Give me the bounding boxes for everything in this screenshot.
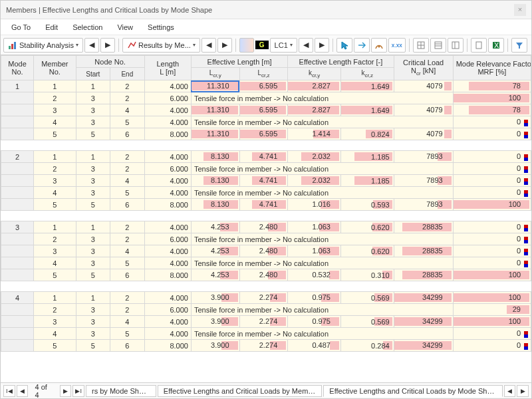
cell-tensile[interactable]: Tensile force in member -> No calculatio…: [191, 328, 453, 340]
data-cell[interactable]: 0.620: [340, 221, 394, 233]
cell-memberno[interactable]: 5: [34, 128, 76, 140]
nav-next-lc[interactable]: ▶: [315, 38, 329, 53]
data-cell[interactable]: 0.975: [288, 292, 341, 304]
cell-start[interactable]: 5: [76, 269, 110, 281]
data-cell[interactable]: 7893: [394, 199, 453, 211]
data-cell[interactable]: 100: [453, 199, 531, 211]
data-cell[interactable]: 1.185: [340, 175, 394, 187]
tool-excel[interactable]: X: [488, 38, 504, 53]
cell-length[interactable]: 8.000: [144, 128, 191, 140]
cell-end[interactable]: 2: [110, 221, 145, 233]
cell-modeno[interactable]: 1: [1, 80, 34, 92]
color-swatch-1[interactable]: [239, 38, 254, 53]
hdr-length[interactable]: LengthL [m]: [144, 56, 191, 80]
data-cell[interactable]: 100: [453, 269, 531, 281]
cell-memberno[interactable]: 3: [34, 316, 76, 328]
nav-prev-res[interactable]: ◀: [201, 38, 216, 53]
data-cell[interactable]: 1.649: [340, 104, 394, 116]
data-cell[interactable]: 4079: [394, 80, 453, 92]
stability-dropdown[interactable]: Stability Analysis ▾: [3, 38, 83, 53]
data-cell[interactable]: 8.130: [191, 151, 239, 163]
cell-end[interactable]: 2: [110, 151, 145, 163]
cell-tensile[interactable]: Tensile force in member -> No calculatio…: [191, 233, 453, 245]
cell-length[interactable]: 4.000: [144, 80, 191, 92]
nav-prev-cat[interactable]: ◀: [84, 38, 99, 53]
cell-modeno[interactable]: [1, 304, 34, 316]
data-cell[interactable]: 1.063: [288, 221, 341, 233]
data-cell[interactable]: 100: [453, 292, 531, 304]
tool-decimals[interactable]: x.xx: [388, 38, 406, 53]
data-cell[interactable]: 6.595: [239, 80, 288, 92]
cell-start[interactable]: 1: [76, 221, 110, 233]
data-cell[interactable]: 78: [453, 104, 531, 116]
cell-memberno[interactable]: 1: [34, 151, 76, 163]
cell-modeno[interactable]: [1, 116, 34, 128]
cell-memberno[interactable]: 1: [34, 80, 76, 92]
cell-length[interactable]: 8.000: [144, 199, 191, 211]
cell-end[interactable]: 5: [110, 328, 145, 340]
data-cell[interactable]: 4.253: [191, 245, 239, 257]
data-cell[interactable]: 0: [453, 233, 531, 245]
hdr-kcry[interactable]: kcr,y: [288, 68, 341, 80]
cell-memberno[interactable]: 2: [34, 304, 76, 316]
cell-start[interactable]: 1: [76, 80, 110, 92]
cell-length[interactable]: 8.000: [144, 269, 191, 281]
data-cell[interactable]: 2.480: [239, 245, 288, 257]
data-cell[interactable]: 34299: [394, 340, 453, 352]
data-cell[interactable]: 8.130: [191, 199, 239, 211]
tool-filter[interactable]: [511, 38, 527, 53]
nav-first[interactable]: I◀: [3, 385, 15, 397]
cell-tensile[interactable]: Tensile force in member -> No calculatio…: [191, 116, 453, 128]
cell-end[interactable]: 2: [110, 80, 145, 92]
cell-modeno[interactable]: 3: [1, 221, 34, 233]
cell-modeno[interactable]: [1, 328, 34, 340]
cell-length[interactable]: 4.000: [144, 116, 191, 128]
cell-modeno[interactable]: [1, 199, 34, 211]
cell-end[interactable]: 5: [110, 257, 145, 269]
data-cell[interactable]: 28835: [394, 221, 453, 233]
cell-memberno[interactable]: 4: [34, 116, 76, 128]
cell-modeno[interactable]: [1, 187, 34, 199]
data-cell[interactable]: 0: [453, 187, 531, 199]
loadcase-dropdown[interactable]: LC1 ▾: [270, 38, 297, 53]
hdr-end[interactable]: End: [110, 68, 145, 80]
data-cell[interactable]: 0.532: [288, 269, 341, 281]
cell-length[interactable]: 8.000: [144, 340, 191, 352]
cell-end[interactable]: 5: [110, 187, 145, 199]
data-cell[interactable]: 28835: [394, 245, 453, 257]
cell-memberno[interactable]: 5: [34, 340, 76, 352]
cell-end[interactable]: 2: [110, 233, 145, 245]
cell-start[interactable]: 3: [76, 187, 110, 199]
data-cell[interactable]: 4.741: [239, 199, 288, 211]
data-cell[interactable]: 2.827: [288, 80, 341, 92]
cell-memberno[interactable]: 2: [34, 92, 76, 104]
cell-end[interactable]: 6: [110, 128, 145, 140]
tool-view[interactable]: [371, 38, 387, 53]
data-cell[interactable]: 7893: [394, 175, 453, 187]
hdr-mrf[interactable]: Mode Relevance FactorMRF [%]: [453, 56, 531, 80]
cell-length[interactable]: 4.000: [144, 151, 191, 163]
tab-2[interactable]: Effective Lengths and Critical Loads by …: [323, 385, 502, 397]
cell-start[interactable]: 3: [76, 304, 110, 316]
data-cell[interactable]: 1.185: [340, 151, 394, 163]
hdr-lcrz[interactable]: Lcr,z: [239, 68, 288, 80]
cell-end[interactable]: 2: [110, 304, 145, 316]
data-cell[interactable]: 3.900: [191, 340, 239, 352]
cell-memberno[interactable]: 3: [34, 104, 76, 116]
cell-modeno[interactable]: 2: [1, 151, 34, 163]
cell-tensile[interactable]: Tensile force in member -> No calculatio…: [191, 257, 453, 269]
cell-memberno[interactable]: 4: [34, 187, 76, 199]
cell-start[interactable]: 3: [76, 316, 110, 328]
cell-start[interactable]: 3: [76, 92, 110, 104]
data-cell[interactable]: 2.274: [239, 292, 288, 304]
cell-end[interactable]: 4: [110, 245, 145, 257]
tool-page[interactable]: [471, 38, 487, 53]
cell-length[interactable]: 4.000: [144, 316, 191, 328]
nav-next-res[interactable]: ▶: [217, 38, 232, 53]
data-cell[interactable]: 0.975: [288, 316, 341, 328]
cell-length[interactable]: 4.000: [144, 187, 191, 199]
cell-memberno[interactable]: 3: [34, 175, 76, 187]
hdr-nodeno[interactable]: Node No.: [76, 56, 144, 68]
data-cell[interactable]: 0: [453, 116, 531, 128]
tool-pick[interactable]: [354, 38, 370, 53]
